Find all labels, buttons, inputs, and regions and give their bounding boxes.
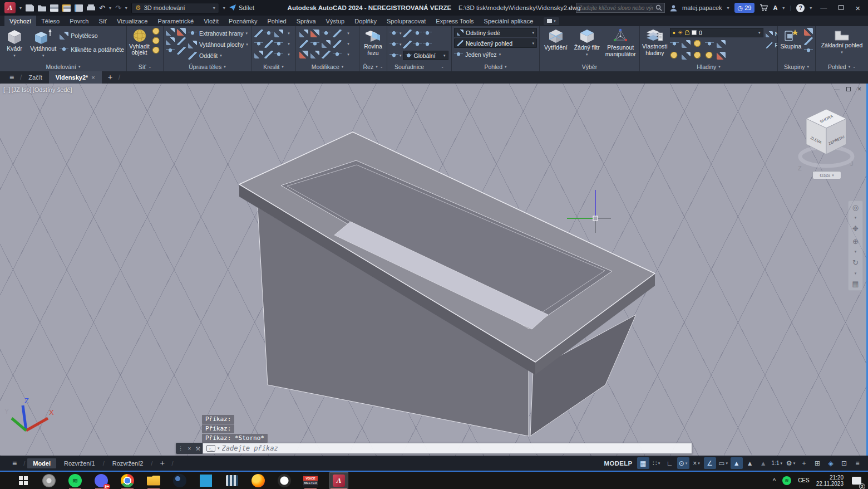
- help-icon[interactable]: ?: [796, 4, 805, 12]
- layer-match-icon[interactable]: [717, 40, 726, 48]
- snap-toggle[interactable]: ∷▾: [650, 457, 663, 469]
- search-icon[interactable]: [655, 4, 662, 11]
- layer-color-swatch[interactable]: [692, 30, 697, 35]
- app-menu-arrow-icon[interactable]: ▾: [19, 6, 22, 11]
- autodesk-a-arrow-icon[interactable]: ▾: [782, 6, 785, 11]
- close-button[interactable]: ×: [852, 3, 864, 13]
- vp-minimize-icon[interactable]: —: [834, 86, 840, 92]
- recent-commands-icon[interactable]: ▾: [218, 446, 220, 451]
- arc-icon[interactable]: [274, 30, 283, 37]
- panel-label-modelovani[interactable]: Modelování▾: [0, 62, 126, 71]
- group-edit-icon[interactable]: [804, 37, 813, 45]
- space-indicator[interactable]: MODELP: [604, 460, 633, 467]
- navigation-bar[interactable]: ◎ ▾ ✥ ⊕ ▾ ↻ ▾ ▦: [848, 201, 863, 291]
- close-tab-icon[interactable]: ×: [91, 74, 95, 81]
- rotate-icon[interactable]: [322, 40, 331, 48]
- discord-icon[interactable]: 9+: [94, 473, 108, 488]
- ucs-z-icon[interactable]: [413, 41, 422, 48]
- separate-button[interactable]: Oddělit▾: [188, 50, 248, 61]
- search-input[interactable]: [579, 5, 653, 11]
- panel-label-kreslit[interactable]: Kreslit▾: [251, 62, 295, 71]
- isolate-objects-toggle[interactable]: ⊞: [811, 457, 823, 469]
- section-plane-button[interactable]: Rovina řezu: [362, 28, 384, 62]
- command-input[interactable]: [222, 444, 688, 452]
- panel-label-uprava[interactable]: Úprava těles▾: [164, 62, 251, 71]
- tab-specialni-aplikace[interactable]: Speciální aplikace: [479, 16, 539, 26]
- smooth-object-button[interactable]: Vyhladit objekt: [129, 28, 150, 62]
- circle-icon[interactable]: [274, 40, 283, 48]
- panel-label-hladiny[interactable]: Hladiny▾: [640, 62, 777, 71]
- annotation-monitor-toggle[interactable]: ▲: [757, 457, 770, 469]
- grid-toggle[interactable]: ▦: [637, 457, 649, 469]
- autocad-taskbar-icon[interactable]: A: [329, 473, 348, 488]
- notification-center[interactable]: 2: [850, 473, 862, 488]
- smooth-more-icon[interactable]: [152, 28, 161, 36]
- language-indicator[interactable]: CES: [798, 477, 810, 483]
- layer-delete-icon[interactable]: [717, 52, 726, 60]
- arc-flyout-icon[interactable]: ▾: [288, 31, 290, 36]
- tab-sprava[interactable]: Správa: [292, 16, 321, 26]
- box-button[interactable]: Kvádr▾: [2, 28, 27, 62]
- ellipse-icon[interactable]: [274, 51, 283, 58]
- workspace-dropdown[interactable]: ⚙ 3D modelování ▾: [131, 3, 219, 13]
- ucs-named-icon[interactable]: [389, 41, 398, 48]
- model-canvas[interactable]: Z X Y: [0, 84, 868, 456]
- ellipse-flyout-icon[interactable]: ▾: [288, 52, 290, 57]
- ucs-icon[interactable]: [389, 30, 398, 37]
- array-flyout-icon[interactable]: ▾: [347, 31, 349, 36]
- maximize-button[interactable]: [835, 4, 847, 12]
- orbit-flyout-icon[interactable]: ▾: [855, 271, 857, 276]
- spotify-icon[interactable]: ≋: [68, 473, 82, 488]
- panel-label-pohled[interactable]: Pohled▾: [452, 62, 539, 71]
- viewport-style-control[interactable]: [Odstíny šedé]: [33, 86, 72, 93]
- search-box[interactable]: [576, 3, 665, 13]
- ucs-view-icon[interactable]: [389, 52, 398, 60]
- steering-wheel-icon[interactable]: ◎: [852, 203, 859, 212]
- tab-layout1[interactable]: Rozvržení1: [58, 458, 101, 468]
- customize-wrench-icon[interactable]: ⚒: [195, 446, 200, 452]
- ribbon-display-toggle[interactable]: ▾: [544, 17, 559, 25]
- zoom-flyout-icon[interactable]: ▾: [855, 250, 857, 254]
- undo-icon[interactable]: ↶: [99, 4, 105, 12]
- layer-off-icon[interactable]: [670, 52, 679, 60]
- clock[interactable]: 21:20 22.11.2023: [816, 475, 844, 487]
- tab-poznamky[interactable]: Poznámky: [224, 16, 262, 26]
- chrome-icon[interactable]: [120, 473, 135, 488]
- gizmo-button[interactable]: Přesunout manipulátor: [604, 28, 637, 62]
- layer-thaw-icon[interactable]: [682, 52, 691, 60]
- start-button[interactable]: [16, 473, 30, 488]
- ucs-origin-icon[interactable]: [413, 30, 422, 37]
- pan-icon[interactable]: ✥: [852, 224, 859, 233]
- object-snap-toggle[interactable]: ▭▾: [717, 457, 729, 469]
- drawing-viewport[interactable]: Z X Y [−] [JZ Iso] [Odstíny šedé] — × SH…: [0, 84, 868, 456]
- vp-close-icon[interactable]: ×: [857, 85, 861, 93]
- ucs-dropdown[interactable]: Globální▾: [403, 51, 448, 60]
- culling-button[interactable]: Vytřídění: [542, 28, 570, 62]
- explode-icon[interactable]: [310, 51, 319, 58]
- shell-icon[interactable]: [177, 47, 186, 55]
- transfer-icon[interactable]: [75, 4, 83, 12]
- tab-pohled[interactable]: Pohled: [262, 16, 291, 26]
- layer-freeze-icon[interactable]: ☀: [678, 30, 683, 36]
- new-drawing-tab-button[interactable]: ＋: [102, 71, 119, 84]
- layer-properties-button[interactable]: Vlastnosti hladiny: [642, 28, 668, 62]
- navbar-arrow-icon[interactable]: ▾: [855, 216, 857, 220]
- ucs-3point-icon[interactable]: [423, 41, 432, 48]
- layer-dropdown[interactable]: ● ☀ 0 ▾: [670, 28, 763, 37]
- vscode-icon[interactable]: [199, 473, 213, 488]
- spline-icon[interactable]: [264, 30, 273, 37]
- line-icon[interactable]: [264, 40, 273, 48]
- new-layout-button[interactable]: ＋: [155, 458, 169, 468]
- clean-screen-toggle[interactable]: ⊡: [838, 457, 850, 469]
- mixer-app-icon[interactable]: [225, 473, 239, 488]
- panel-label-modifikace[interactable]: Modifikace▾: [296, 62, 359, 71]
- polygon-icon[interactable]: [254, 51, 263, 58]
- autodesk-a-icon[interactable]: A: [773, 4, 777, 11]
- filter-button[interactable]: Žádný filtr▾: [572, 28, 602, 62]
- file-tabs-menu-icon[interactable]: ≡: [3, 71, 20, 84]
- fillet-icon[interactable]: [310, 30, 319, 37]
- open-file-icon[interactable]: [38, 4, 46, 12]
- union-icon[interactable]: [166, 28, 175, 36]
- stretch-icon[interactable]: [333, 51, 342, 58]
- layer-turnon-icon[interactable]: [693, 52, 702, 60]
